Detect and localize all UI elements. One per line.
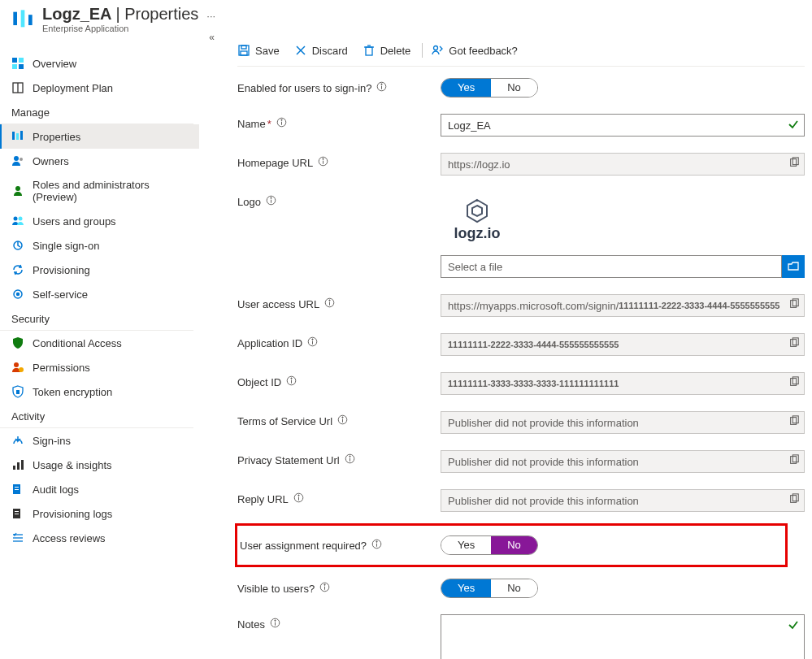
tos-label: Terms of Service Url [237,411,441,427]
notes-label: Notes [237,614,441,631]
info-icon[interactable] [293,492,304,505]
sidebar-item-access-reviews[interactable]: Access reviews [0,526,199,550]
sidebar-item-label: Token encryption [33,386,112,398]
svg-rect-6 [19,64,24,69]
assign-toggle[interactable]: Yes No [441,535,538,555]
toggle-no[interactable]: No [491,79,537,97]
button-label: Save [255,45,280,57]
sidebar-item-deployment-plan[interactable]: Deployment Plan [0,76,199,100]
info-icon[interactable] [324,297,335,310]
sidebar-item-users-groups[interactable]: Users and groups [0,209,199,233]
toggle-yes[interactable]: Yes [441,536,491,554]
sidebar: « Overview Deployment Plan Manage Proper… [0,37,221,659]
book-icon [11,81,24,94]
save-icon [237,44,250,57]
info-icon[interactable] [266,195,276,208]
sidebar-item-sign-ins[interactable]: Sign-ins [0,428,199,453]
sidebar-item-label: Provisioning [33,264,90,276]
svg-rect-23 [13,466,15,470]
info-icon[interactable] [337,414,348,427]
svg-point-19 [17,293,20,296]
svg-rect-40 [366,47,372,55]
self-service-icon [11,288,24,301]
sidebar-item-provisioning[interactable]: Provisioning [0,258,199,282]
sidebar-item-audit-logs[interactable]: Audit logs [0,477,199,501]
svg-rect-25 [21,460,24,470]
info-icon[interactable] [286,375,297,388]
svg-rect-5 [12,64,17,69]
svg-rect-2 [28,15,33,25]
collapse-sidebar-icon[interactable]: « [209,32,215,43]
svg-point-52 [323,158,323,159]
enabled-label: Enabled for users to sign-in? [237,78,441,94]
info-icon[interactable] [371,539,382,552]
info-icon[interactable] [376,81,387,94]
copy-icon[interactable] [788,337,800,351]
sidebar-item-provisioning-logs[interactable]: Provisioning logs [0,501,199,526]
sidebar-item-self-service[interactable]: Self-service [0,282,199,306]
sidebar-item-conditional-access[interactable]: Conditional Access [0,331,199,355]
svg-rect-24 [17,462,20,470]
info-icon[interactable] [318,156,328,169]
sidebar-item-label: Conditional Access [33,337,122,349]
permissions-icon [11,361,24,374]
svg-point-88 [298,495,299,496]
copy-icon[interactable] [788,298,800,312]
sidebar-item-sso[interactable]: Single sign-on [0,233,199,258]
copy-icon[interactable] [788,376,800,390]
copy-icon[interactable] [788,493,800,507]
name-input[interactable] [441,114,805,137]
toggle-no[interactable]: No [491,536,537,554]
discard-button[interactable]: Discard [294,44,348,57]
provisioning-icon [11,263,24,276]
toolbar-separator [422,43,423,58]
assign-label: User assignment required? [237,535,441,552]
info-icon[interactable] [276,117,287,130]
sidebar-item-label: Self-service [33,288,88,301]
sidebar-item-permissions[interactable]: Permissions [0,355,199,379]
page-subtitle: Enterprise Application [42,24,198,33]
main-panel: Save Discard Delete Got feedback? Enable… [221,37,812,659]
owners-icon [11,154,24,167]
svg-rect-1 [21,10,25,27]
toggle-yes[interactable]: Yes [441,579,491,597]
toggle-yes[interactable]: Yes [441,79,491,97]
visible-toggle[interactable]: Yes No [441,579,538,598]
info-icon[interactable] [345,453,355,466]
toggle-no[interactable]: No [491,579,537,597]
svg-point-46 [381,84,382,85]
svg-point-15 [14,217,18,221]
svg-rect-30 [15,511,19,512]
sidebar-item-token-encryption[interactable]: Token encryption [0,379,199,404]
svg-point-63 [329,300,330,301]
info-icon[interactable] [319,582,330,595]
copy-icon[interactable] [788,454,800,468]
svg-point-57 [271,197,271,198]
copy-icon[interactable] [788,415,800,429]
access-reviews-icon [11,531,24,544]
properties-icon [11,130,24,143]
delete-button[interactable]: Delete [363,44,411,57]
file-select-display[interactable]: Select a file [441,255,782,278]
page-title: Logz_EA | Properties [42,5,198,24]
more-actions-icon[interactable]: ··· [206,5,215,22]
sidebar-item-label: Usage & insights [33,459,112,471]
sidebar-item-overview[interactable]: Overview [0,51,199,76]
save-button[interactable]: Save [237,44,280,57]
copy-icon[interactable] [788,157,800,171]
info-icon[interactable] [270,618,280,631]
sidebar-item-usage-insights[interactable]: Usage & insights [0,453,199,477]
notes-textarea[interactable] [441,614,805,659]
svg-point-93 [376,541,377,542]
browse-file-button[interactable] [782,255,805,278]
app-id-label: Application ID [237,333,441,349]
sidebar-item-roles[interactable]: Roles and administrators (Preview) [0,173,199,209]
feedback-button[interactable]: Got feedback? [431,44,518,57]
sidebar-item-owners[interactable]: Owners [0,149,199,173]
svg-point-21 [19,367,24,372]
sidebar-item-properties[interactable]: Properties [0,124,199,149]
enabled-toggle[interactable]: Yes No [441,78,538,98]
sidebar-item-label: Users and groups [33,215,116,228]
info-icon[interactable] [307,336,318,349]
svg-rect-36 [241,46,246,49]
